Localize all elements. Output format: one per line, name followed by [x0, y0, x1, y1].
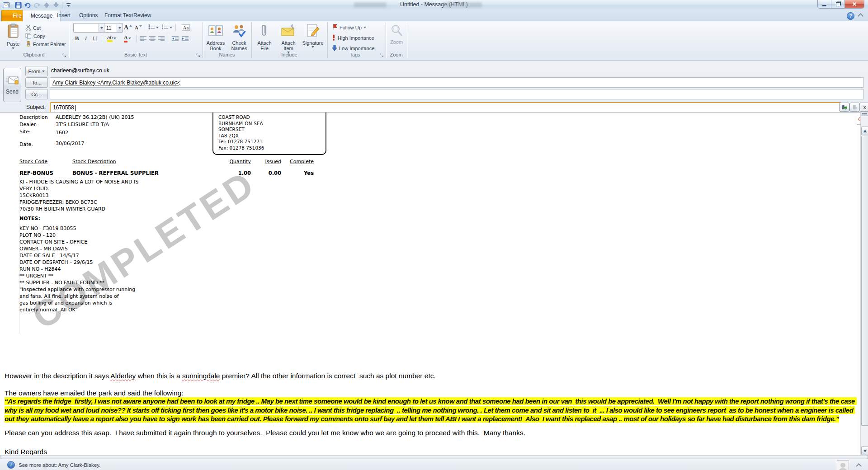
paste-icon [6, 24, 20, 40]
send-button[interactable]: Send [3, 68, 21, 102]
field-label: Date: [19, 141, 33, 147]
tab-insert[interactable]: Insert [52, 10, 76, 21]
tab-review[interactable]: Review [128, 10, 156, 21]
low-importance-icon [332, 45, 337, 52]
to-button[interactable]: To... [25, 77, 48, 88]
font-color-button[interactable]: A [121, 34, 134, 43]
subject-value: 1670558 [53, 104, 74, 111]
cc-button[interactable]: Cc... [25, 89, 48, 99]
send-icon [6, 75, 19, 87]
basic-text-dialog-launcher-icon[interactable] [195, 52, 201, 58]
bullets-dropdown-icon [156, 27, 159, 28]
outlook-message-window: Untitled - Message (HTML) File Message I… [0, 0, 868, 470]
field-label: Description [19, 114, 48, 120]
note-line: RUN NO - H2844 [19, 266, 135, 273]
cut-icon [25, 25, 31, 32]
text-highlight-button[interactable]: ab [104, 34, 119, 43]
field-label: Site: [19, 129, 31, 135]
align-left-button[interactable] [139, 34, 148, 43]
italic-button[interactable]: I [82, 34, 90, 43]
restore-button[interactable] [831, 0, 845, 8]
from-button[interactable]: From [25, 66, 48, 76]
from-dropdown-icon [42, 70, 45, 72]
align-center-button[interactable] [148, 34, 157, 43]
to-recipient[interactable]: Amy Clark-Blakey <Amy.Clark-Blakey@abiuk… [52, 80, 180, 86]
align-right-button[interactable] [157, 34, 166, 43]
avatar[interactable] [837, 460, 849, 470]
signature-dropdown-icon [311, 46, 314, 48]
clear-formatting-button[interactable]: Aa [180, 23, 192, 32]
decrease-indent-icon [172, 36, 179, 42]
message-body[interactable]: COMPLETED Description ALDERLEY 36.12(2B)… [0, 112, 860, 455]
minimize-button[interactable] [818, 0, 831, 8]
address-line: COAST ROAD [218, 114, 264, 121]
detail-line: KI - FRIDGE IS CAUSING A LOT OF NOISE AN… [19, 179, 138, 186]
decrease-indent-button[interactable] [170, 34, 179, 43]
cut-button[interactable]: Cut [25, 24, 41, 32]
scroll-down-button[interactable] [861, 446, 868, 455]
font-size-combo[interactable]: 11 [104, 23, 123, 33]
disabled-form-icon [852, 104, 858, 110]
group-separator [69, 22, 69, 58]
clipboard-group-label: Clipboard [9, 52, 59, 57]
scrollbar-thumb[interactable] [861, 136, 868, 426]
font-name-combo[interactable] [73, 23, 105, 33]
note-line: KEY NO - F3019 B3055 [19, 226, 135, 232]
format-separator [102, 35, 102, 42]
increase-indent-button[interactable] [180, 34, 189, 43]
address-line: SOMERSET [218, 127, 264, 133]
format-separator [168, 35, 168, 42]
help-icon[interactable]: ? [847, 12, 854, 20]
minimize-ribbon-icon[interactable] [858, 13, 863, 19]
bold-button[interactable]: B [73, 34, 81, 43]
follow-up-dropdown-icon [363, 27, 366, 28]
attach-file-icon [260, 24, 269, 39]
close-button[interactable] [845, 0, 864, 8]
info-icon: i [7, 461, 15, 469]
high-importance-button[interactable]: High Importance [332, 34, 374, 42]
address-line: Fax: 01278 751036 [218, 145, 264, 151]
cc-field[interactable] [50, 89, 863, 99]
signature-icon [306, 24, 320, 39]
field-label: Dealer: [19, 122, 38, 127]
detail-line: 15CKR0013 [19, 193, 138, 199]
form-disabled-button[interactable] [849, 103, 860, 112]
vertical-scrollbar[interactable] [860, 112, 868, 455]
font-size-dropdown-icon[interactable] [117, 24, 123, 32]
text-caret [75, 105, 76, 111]
shrink-font-button[interactable]: A [134, 23, 143, 32]
subject-label: Subject: [26, 104, 46, 110]
clipboard-dialog-launcher-icon[interactable] [61, 52, 67, 58]
note-line: ** URGENT ** [19, 273, 135, 280]
zoom-group-label: Zoom [386, 52, 407, 57]
low-importance-button[interactable]: Low Importance [332, 44, 374, 52]
bullets-button[interactable] [147, 23, 159, 32]
attach-item-icon [280, 24, 297, 39]
highlighted-owner-quote: “As regards the fridge firstly, I was no… [5, 397, 860, 423]
grow-font-button[interactable]: A [123, 23, 133, 32]
subject-field[interactable]: 1670558 [50, 102, 841, 113]
expand-people-pane-icon[interactable] [856, 463, 862, 469]
form-go-button[interactable] [839, 103, 849, 112]
to-field[interactable]: Amy Clark-Blakey <Amy.Clark-Blakey@abiuk… [50, 77, 863, 88]
format-separator [136, 35, 137, 42]
copy-button[interactable]: Copy [25, 32, 45, 40]
title-bar: Untitled - Message (HTML) [0, 0, 868, 10]
follow-up-button[interactable]: Follow Up [332, 24, 366, 32]
window-title: Untitled - Message (HTML) [0, 1, 868, 8]
underline-button[interactable]: U [91, 34, 99, 43]
scroll-up-button[interactable] [861, 127, 868, 135]
form-close-button[interactable]: x [859, 103, 868, 112]
note-line: DATE OF DESPATCH – 29/6/15 [19, 259, 135, 266]
column-header: Quantity [223, 159, 251, 164]
tags-dialog-launcher-icon[interactable] [379, 52, 384, 58]
numbering-button[interactable] [161, 23, 173, 32]
field-value: 1602 [56, 130, 68, 136]
people-pane: i See more about: Amy Clark-Blakey. [0, 459, 868, 470]
format-painter-button[interactable]: Format Painter [25, 40, 66, 48]
address-book-icon [208, 24, 223, 39]
zoom-icon [390, 24, 403, 38]
split-pane-handle[interactable] [861, 112, 868, 116]
misspelled-word: Alderley [110, 372, 136, 380]
numbering-icon [162, 24, 169, 32]
